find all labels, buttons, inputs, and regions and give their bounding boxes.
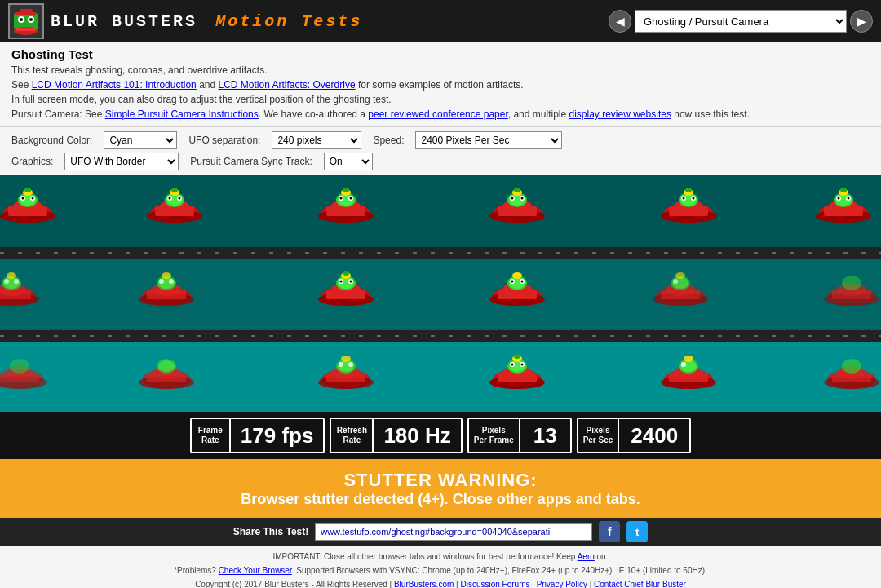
svg-point-165 — [521, 364, 524, 366]
svg-point-97 — [159, 279, 164, 284]
logo-area: BLUR BUSTERS Motion Tests — [8, 3, 362, 39]
pixels-per-sec-label: PixelsPer Sec — [578, 419, 620, 452]
header: BLUR BUSTERS Motion Tests ◀ Ghosting / P… — [0, 0, 881, 42]
footer-privacy-link[interactable]: Privacy Policy — [537, 580, 587, 588]
warning-text: Browser stutter detected (4+). Close oth… — [241, 491, 640, 508]
controls: Background Color: CyanBlackWhiteGray UFO… — [0, 127, 881, 175]
svg-point-129 — [673, 279, 678, 284]
svg-point-99 — [162, 272, 171, 279]
link-conference-paper[interactable]: peer reviewed conference paper — [368, 108, 507, 120]
svg-point-130 — [675, 272, 685, 279]
svg-point-54 — [511, 197, 514, 200]
svg-point-89 — [14, 279, 19, 284]
svg-point-88 — [4, 279, 9, 284]
refresh-rate-label: RefreshRate — [331, 419, 374, 452]
frame-rate-label: FrameRate — [192, 419, 231, 452]
link-lcd-overdrive[interactable]: LCD Motion Artifacts: Overdrive — [219, 79, 356, 91]
ufo — [824, 265, 879, 326]
info-section: Ghosting Test This test reveals ghosting… — [0, 42, 881, 127]
strip-2 — [0, 259, 881, 330]
track-2 — [0, 330, 881, 342]
svg-point-78 — [838, 197, 840, 200]
twitter-button[interactable]: t — [626, 521, 648, 542]
footer-copyright: Copyright (c) 2017 Blur Busters - All Ri… — [195, 580, 394, 588]
svg-point-154 — [348, 362, 353, 367]
pixels-per-frame-label: PixelsPer Frame — [469, 419, 520, 452]
ufo — [661, 182, 716, 243]
ufo — [139, 265, 194, 326]
refresh-rate-stat: RefreshRate 180 Hz — [330, 418, 462, 453]
link-pursuit-instructions[interactable]: Simple Pursuit Camera Instructions — [105, 108, 259, 120]
svg-point-167 — [514, 354, 520, 359]
sync-track-select[interactable]: OnOff — [324, 153, 373, 170]
svg-point-69 — [685, 188, 692, 192]
svg-point-108 — [340, 281, 343, 283]
footer-check-link[interactable]: Check Your Browser — [219, 566, 292, 575]
svg-point-153 — [339, 362, 343, 367]
strip-3-ufos — [0, 342, 881, 412]
svg-point-18 — [22, 197, 24, 200]
footer-aero-link[interactable]: Aero — [578, 552, 595, 561]
link-display-reviews[interactable]: display review websites — [569, 108, 671, 120]
nav-forward-button[interactable]: ▶ — [850, 10, 873, 33]
strip-3 — [0, 342, 881, 412]
svg-point-155 — [341, 356, 351, 362]
svg-point-21 — [24, 188, 31, 192]
svg-point-180 — [842, 359, 861, 374]
warning-title: STUTTER WARNING: — [343, 470, 537, 491]
ufo — [489, 182, 545, 243]
nav-back-button[interactable]: ◀ — [609, 10, 631, 33]
track-1 — [0, 247, 881, 259]
svg-point-175 — [684, 356, 693, 362]
ufo — [318, 182, 374, 243]
svg-point-90 — [7, 272, 16, 279]
ufo — [824, 348, 879, 409]
frame-rate-value: 179 fps — [231, 419, 324, 452]
pixels-per-frame-value: 13 — [520, 419, 570, 452]
svg-point-79 — [848, 197, 850, 200]
svg-point-98 — [169, 279, 174, 284]
svg-point-55 — [521, 197, 524, 200]
strip-2-ufos — [0, 259, 881, 330]
info-line1: This test reveals ghosting, coronas, and… — [11, 63, 870, 92]
svg-point-4 — [20, 18, 23, 21]
svg-point-19 — [32, 197, 34, 200]
bg-color-label: Background Color: — [11, 135, 92, 146]
pixels-per-sec-stat: PixelsPer Sec 2400 — [577, 418, 692, 453]
logo-image — [8, 3, 44, 39]
svg-point-43 — [350, 197, 352, 200]
animation-area — [0, 175, 881, 412]
info-pursuit: Pursuit Camera: See Simple Pursuit Camer… — [11, 107, 870, 122]
svg-point-67 — [693, 197, 695, 200]
graphics-label: Graphics: — [11, 156, 53, 167]
site-title: BLUR BUSTERS Motion Tests — [51, 11, 362, 32]
graphics-select[interactable]: UFO With BorderUFO No BorderText — [64, 153, 179, 170]
svg-point-66 — [683, 197, 685, 200]
test-selector[interactable]: Ghosting / Pursuit Camera TestUFO: Home … — [635, 10, 847, 33]
footer-supported: . Supported Browsers with VSYNC: Chrome … — [292, 566, 707, 575]
svg-point-81 — [840, 188, 847, 192]
svg-point-121 — [521, 281, 524, 283]
share-url[interactable]: www.testufo.com/ghosting#background=0040… — [315, 523, 592, 541]
svg-point-111 — [343, 271, 349, 276]
footer-discussion-link[interactable]: Discussion Forums — [460, 580, 529, 588]
speed-select[interactable]: 960 Pixels Per Sec1440 Pixels Per Sec192… — [415, 131, 562, 149]
ufo-sep-label: UFO separation: — [188, 135, 260, 146]
sync-track-label: Pursuit Camera Sync Track: — [190, 156, 312, 167]
footer-contact-link[interactable]: Contact Chief Blur Buster — [594, 580, 686, 588]
ufo — [0, 348, 47, 409]
svg-point-120 — [511, 281, 514, 283]
footer-important: IMPORTANT: Close all other browser tabs … — [273, 552, 578, 561]
svg-point-57 — [514, 188, 520, 192]
link-lcd-intro[interactable]: LCD Motion Artifacts 101: Introduction — [32, 79, 197, 91]
speed-label: Speed: — [373, 135, 404, 146]
footer-blurbusters-link[interactable]: BlurBusters.com — [394, 580, 454, 588]
info-line3: In full screen mode, you can also drag t… — [11, 92, 870, 107]
ufo-sep-select[interactable]: 120 pixels180 pixels240 pixels360 pixels — [272, 131, 361, 149]
facebook-button[interactable]: f — [599, 521, 620, 542]
share-bar: Share This Test! www.testufo.com/ghostin… — [0, 518, 881, 546]
strip-1 — [0, 175, 881, 247]
svg-rect-7 — [16, 12, 36, 15]
bg-color-select[interactable]: CyanBlackWhiteGray — [104, 131, 177, 149]
ufo — [661, 348, 716, 409]
